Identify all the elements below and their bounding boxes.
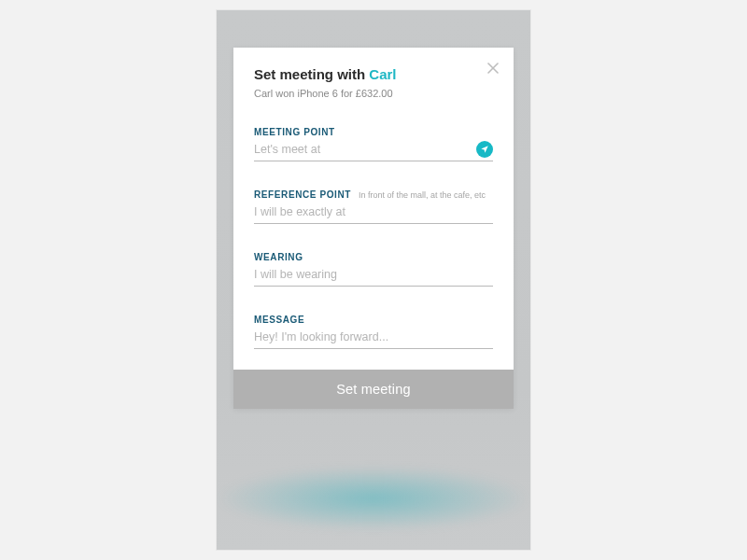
card-title: Set meeting with Carl: [254, 66, 493, 82]
title-prefix: Set meeting with: [254, 66, 369, 82]
card-body: Set meeting with Carl Carl won iPhone 6 …: [233, 48, 514, 370]
close-icon[interactable]: [486, 61, 500, 76]
phone-frame: Set meeting with Carl Carl won iPhone 6 …: [217, 10, 530, 550]
set-meeting-button[interactable]: Set meeting: [233, 370, 514, 409]
reference-point-label: REFERENCE POINT: [254, 189, 351, 200]
field-wearing: WEARING: [254, 252, 493, 287]
reference-point-input[interactable]: [254, 200, 493, 224]
wearing-label: WEARING: [254, 252, 303, 262]
card-subtitle: Carl won iPhone 6 for £632.00: [254, 88, 493, 99]
field-reference-point: REFERENCE POINT In front of the mall, at…: [254, 189, 493, 224]
meeting-point-label: MEETING POINT: [254, 127, 335, 137]
set-meeting-card: Set meeting with Carl Carl won iPhone 6 …: [233, 48, 514, 409]
wearing-input[interactable]: [254, 262, 493, 287]
message-input[interactable]: [254, 325, 493, 349]
location-arrow-icon[interactable]: [476, 141, 493, 158]
field-meeting-point: MEETING POINT: [254, 127, 493, 161]
reference-point-hint: In front of the mall, at the cafe, etc: [359, 190, 486, 200]
message-label: MESSAGE: [254, 315, 304, 325]
title-name: Carl: [369, 66, 396, 82]
meeting-point-input[interactable]: [254, 137, 493, 161]
field-message: MESSAGE: [254, 315, 493, 349]
